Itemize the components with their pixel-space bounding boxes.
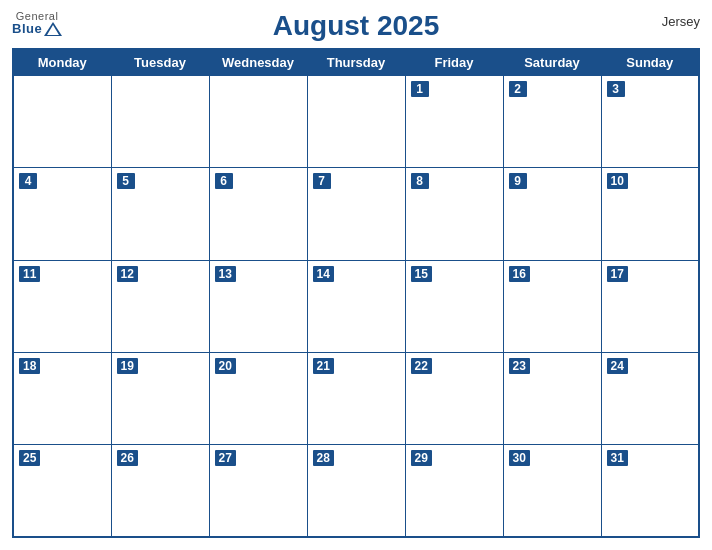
day-number: 11 — [19, 266, 40, 282]
calendar-table: Monday Tuesday Wednesday Thursday Friday… — [12, 48, 700, 538]
day-number: 18 — [19, 358, 40, 374]
day-cell: 25 — [13, 445, 111, 537]
day-cell: 15 — [405, 260, 503, 352]
header-monday: Monday — [13, 49, 111, 76]
day-number: 28 — [313, 450, 334, 466]
day-cell: 27 — [209, 445, 307, 537]
day-cell — [13, 76, 111, 168]
day-cell: 20 — [209, 352, 307, 444]
region-label: Jersey — [662, 14, 700, 29]
header-friday: Friday — [405, 49, 503, 76]
day-cell: 17 — [601, 260, 699, 352]
day-cell: 30 — [503, 445, 601, 537]
calendar-header: General Blue August 2025 Jersey — [12, 10, 700, 42]
day-cell: 11 — [13, 260, 111, 352]
day-cell — [209, 76, 307, 168]
day-number: 23 — [509, 358, 530, 374]
day-number: 20 — [215, 358, 236, 374]
day-number: 17 — [607, 266, 628, 282]
day-cell: 12 — [111, 260, 209, 352]
day-number: 30 — [509, 450, 530, 466]
day-cell: 26 — [111, 445, 209, 537]
week-row-1: 123 — [13, 76, 699, 168]
day-cell: 21 — [307, 352, 405, 444]
day-number: 22 — [411, 358, 432, 374]
day-number: 3 — [607, 81, 625, 97]
day-number: 15 — [411, 266, 432, 282]
day-number: 25 — [19, 450, 40, 466]
day-cell: 3 — [601, 76, 699, 168]
day-number: 8 — [411, 173, 429, 189]
day-cell: 10 — [601, 168, 699, 260]
day-number: 6 — [215, 173, 233, 189]
day-cell: 13 — [209, 260, 307, 352]
day-cell — [307, 76, 405, 168]
day-number: 21 — [313, 358, 334, 374]
week-row-4: 18192021222324 — [13, 352, 699, 444]
day-cell: 24 — [601, 352, 699, 444]
day-cell: 1 — [405, 76, 503, 168]
day-cell: 4 — [13, 168, 111, 260]
day-number: 9 — [509, 173, 527, 189]
day-number: 24 — [607, 358, 628, 374]
day-number: 12 — [117, 266, 138, 282]
day-number: 2 — [509, 81, 527, 97]
day-cell: 5 — [111, 168, 209, 260]
day-cell: 19 — [111, 352, 209, 444]
header-sunday: Sunday — [601, 49, 699, 76]
day-cell — [111, 76, 209, 168]
day-number: 13 — [215, 266, 236, 282]
day-number: 4 — [19, 173, 37, 189]
day-cell: 31 — [601, 445, 699, 537]
day-number: 26 — [117, 450, 138, 466]
header-tuesday: Tuesday — [111, 49, 209, 76]
week-row-5: 25262728293031 — [13, 445, 699, 537]
day-number: 5 — [117, 173, 135, 189]
day-cell: 2 — [503, 76, 601, 168]
day-number: 7 — [313, 173, 331, 189]
logo-blue-text: Blue — [12, 22, 42, 36]
week-row-2: 45678910 — [13, 168, 699, 260]
day-number: 10 — [607, 173, 628, 189]
day-cell: 18 — [13, 352, 111, 444]
day-cell: 14 — [307, 260, 405, 352]
day-number: 14 — [313, 266, 334, 282]
day-cell: 22 — [405, 352, 503, 444]
day-number: 29 — [411, 450, 432, 466]
week-row-3: 11121314151617 — [13, 260, 699, 352]
day-cell: 7 — [307, 168, 405, 260]
logo-icon — [44, 22, 62, 36]
header-thursday: Thursday — [307, 49, 405, 76]
day-number: 19 — [117, 358, 138, 374]
header-wednesday: Wednesday — [209, 49, 307, 76]
day-cell: 23 — [503, 352, 601, 444]
day-cell: 28 — [307, 445, 405, 537]
day-number: 1 — [411, 81, 429, 97]
weekday-header-row: Monday Tuesday Wednesday Thursday Friday… — [13, 49, 699, 76]
day-number: 16 — [509, 266, 530, 282]
calendar-page: General Blue August 2025 Jersey Monday T… — [0, 0, 712, 550]
header-saturday: Saturday — [503, 49, 601, 76]
month-title: August 2025 — [273, 10, 440, 42]
day-cell: 16 — [503, 260, 601, 352]
day-cell: 6 — [209, 168, 307, 260]
day-cell: 9 — [503, 168, 601, 260]
logo: General Blue — [12, 10, 62, 36]
day-number: 27 — [215, 450, 236, 466]
day-cell: 8 — [405, 168, 503, 260]
day-number: 31 — [607, 450, 628, 466]
day-cell: 29 — [405, 445, 503, 537]
